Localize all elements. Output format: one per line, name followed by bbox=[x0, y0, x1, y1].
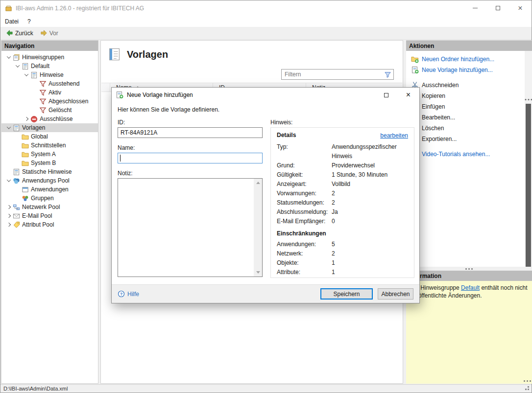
cancel-button[interactable]: Abbrechen bbox=[378, 288, 413, 300]
scrollbar-thumb[interactable] bbox=[526, 104, 531, 277]
navigation-tree: Hinweisgruppen Default Hinweise Ausstehe… bbox=[1, 51, 98, 229]
menu-item-datei[interactable]: Datei bbox=[0, 16, 23, 27]
chevron-right-icon[interactable] bbox=[6, 205, 10, 209]
chevron-down-icon[interactable] bbox=[6, 178, 10, 182]
action-cut[interactable]: Ausschneiden bbox=[406, 80, 532, 91]
action-edit[interactable]: Bearbeiten... bbox=[406, 112, 532, 123]
hinweis-details-panel: Details bearbeiten Typ:Anwendungsspezifi… bbox=[270, 127, 414, 278]
tree-item-email-pool[interactable]: E-Mail Pool bbox=[1, 211, 98, 220]
action-delete[interactable]: Löschen bbox=[406, 123, 532, 134]
groups-icon bbox=[22, 195, 29, 202]
toolbar: Zurück Vor bbox=[0, 27, 532, 40]
tree-item-label: Gruppen bbox=[31, 195, 54, 202]
chevron-right-icon[interactable] bbox=[6, 223, 10, 227]
action-new-folder[interactable]: Neuen Ordner hinzufügen... bbox=[406, 54, 532, 65]
tree-item-aktiv[interactable]: Aktiv bbox=[1, 88, 98, 97]
notiz-textarea[interactable] bbox=[118, 179, 254, 277]
page-title: Vorlagen bbox=[127, 49, 168, 60]
pool-icon bbox=[13, 177, 20, 185]
tree-item-gruppen[interactable]: Gruppen bbox=[1, 194, 98, 203]
notiz-scrollbar[interactable] bbox=[254, 179, 262, 277]
chevron-down-icon[interactable] bbox=[6, 125, 10, 129]
hints-icon bbox=[30, 71, 38, 79]
back-label: Zurück bbox=[15, 30, 33, 37]
chevron-right-icon[interactable] bbox=[24, 117, 28, 121]
dialog-close-button[interactable]: × bbox=[397, 88, 419, 102]
network-icon bbox=[13, 204, 20, 211]
action-paste[interactable]: Einfügen bbox=[406, 101, 532, 112]
minimize-icon bbox=[473, 8, 478, 8]
tree-item-netzwerk-pool[interactable]: Netzwerk Pool bbox=[1, 203, 98, 211]
forward-button[interactable]: Vor bbox=[37, 28, 62, 39]
status-bar: D:\IBI-aws\Admin\Data.xml bbox=[0, 384, 532, 393]
tree-item-ausschluesse[interactable]: Ausschlüsse bbox=[1, 115, 98, 123]
tree-item-label: Anwendungen bbox=[31, 186, 69, 193]
name-input[interactable] bbox=[118, 153, 263, 163]
information-panel: Die Hinweisgruppe Default enthält noch n… bbox=[406, 281, 532, 384]
detail-row: Vorwarnungen:2 bbox=[277, 189, 408, 198]
tree-item-global[interactable]: Global bbox=[1, 132, 98, 141]
tree-item-hinweisgruppen[interactable]: Hinweisgruppen bbox=[1, 53, 98, 62]
dialog-description: Hier können Sie die Vorlage definieren. bbox=[118, 106, 219, 113]
menu-item-help[interactable]: ? bbox=[23, 16, 35, 27]
help-link[interactable]: Hilfe bbox=[118, 290, 139, 298]
column-header-icon[interactable] bbox=[101, 83, 110, 92]
bearbeiten-link[interactable]: bearbeiten bbox=[380, 132, 408, 139]
tree-item-system-b[interactable]: System B bbox=[1, 159, 98, 167]
scroll-up-icon[interactable] bbox=[256, 182, 260, 184]
close-icon: × bbox=[406, 91, 411, 99]
panel-splitter[interactable] bbox=[406, 267, 532, 271]
tree-item-label: Default bbox=[31, 63, 49, 69]
back-button[interactable]: Zurück bbox=[2, 28, 37, 39]
close-button[interactable]: × bbox=[509, 0, 532, 16]
chevron-down-icon[interactable] bbox=[15, 63, 19, 67]
tree-item-anwendungs-pool[interactable]: Anwendungs Pool bbox=[1, 176, 98, 185]
tree-item-label: Netzwerk Pool bbox=[22, 204, 60, 210]
tree-item-attribut-pool[interactable]: Attribut Pool bbox=[1, 220, 98, 229]
tree-item-anwendungen[interactable]: Anwendungen bbox=[1, 185, 98, 194]
tree-item-default[interactable]: Default bbox=[1, 62, 98, 70]
email-icon bbox=[13, 212, 20, 220]
dialog-maximize-button[interactable] bbox=[375, 88, 397, 102]
detail-row: Attribute:1 bbox=[277, 268, 408, 277]
tree-item-abgeschlossen[interactable]: Abgeschlossen bbox=[1, 97, 98, 106]
forward-label: Vor bbox=[49, 30, 58, 37]
id-input[interactable] bbox=[118, 127, 263, 138]
default-group-link[interactable]: Default bbox=[461, 284, 480, 291]
action-new-template[interactable]: Neue Vorlage hinzufügen... bbox=[406, 65, 532, 75]
action-video-tutorials[interactable]: Video-Tutorials ansehen... bbox=[406, 149, 532, 160]
tree-item-hinweise[interactable]: Hinweise bbox=[1, 70, 98, 79]
tree-item-label: System A bbox=[31, 151, 56, 158]
text-caret bbox=[120, 155, 121, 162]
chevron-right-icon[interactable] bbox=[6, 214, 10, 218]
attribute-icon bbox=[13, 221, 20, 229]
action-copy[interactable]: Kopieren bbox=[406, 91, 532, 101]
actions-scrollbar[interactable] bbox=[525, 51, 532, 267]
dialog-footer: Hilfe Speichern Abbrechen bbox=[112, 284, 419, 303]
applications-icon bbox=[22, 186, 29, 193]
new-template-icon bbox=[411, 66, 419, 74]
tree-item-geloescht[interactable]: Gelöscht bbox=[1, 106, 98, 115]
tree-item-statische-hinweise[interactable]: Statische Hinweise bbox=[1, 167, 98, 176]
actions-panel: Aktionen Neuen Ordner hinzufügen... Neue… bbox=[406, 40, 532, 384]
tree-item-system-a[interactable]: System A bbox=[1, 150, 98, 159]
tree-item-label: Gelöscht bbox=[48, 107, 72, 114]
chevron-down-icon[interactable] bbox=[24, 72, 28, 76]
maximize-button[interactable] bbox=[486, 0, 509, 16]
tree-item-label: Schnittstellen bbox=[31, 142, 66, 149]
save-button[interactable]: Speichern bbox=[320, 288, 373, 300]
tree-item-ausstehend[interactable]: Ausstehend bbox=[1, 79, 98, 88]
filter-icon bbox=[39, 98, 47, 105]
tree-item-label: Hinweise bbox=[40, 71, 64, 78]
detail-row: Abschlussmeldung:Ja bbox=[277, 208, 408, 217]
action-export[interactable]: Exportieren... bbox=[406, 134, 532, 144]
tree-item-vorlagen[interactable]: Vorlagen bbox=[1, 123, 98, 132]
filter-input[interactable] bbox=[282, 71, 382, 78]
scroll-down-icon[interactable] bbox=[256, 271, 260, 274]
filter-funnel-icon[interactable] bbox=[384, 71, 391, 78]
information-header: Information bbox=[406, 271, 532, 281]
templates-icon bbox=[13, 124, 20, 132]
chevron-down-icon[interactable] bbox=[6, 54, 10, 58]
tree-item-schnittstellen[interactable]: Schnittstellen bbox=[1, 141, 98, 150]
minimize-button[interactable] bbox=[464, 0, 486, 16]
